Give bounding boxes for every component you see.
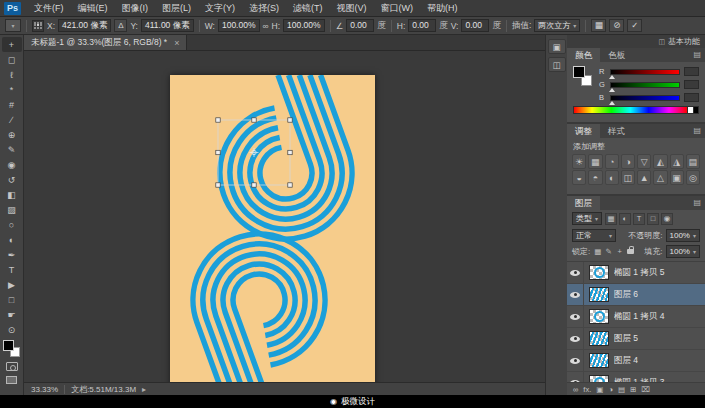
color-balance-icon[interactable]: ◮	[670, 154, 684, 169]
rotation-angle-field[interactable]: 0.00	[346, 19, 374, 32]
lasso-tool[interactable]: ℓ	[2, 67, 22, 82]
layer-thumbnail[interactable]	[589, 287, 609, 302]
layer-thumbnail[interactable]	[589, 331, 609, 346]
layer-visibility-toggle[interactable]	[567, 262, 584, 283]
eyedropper-tool[interactable]: ∕	[2, 112, 22, 127]
transform-handle[interactable]	[216, 150, 220, 154]
tab-样式[interactable]: 样式	[600, 124, 633, 138]
link-layers-icon[interactable]: ∞	[573, 385, 578, 394]
zoom-tool[interactable]: ⊙	[2, 322, 22, 337]
menu-image[interactable]: 图像(I)	[115, 0, 156, 16]
transform-handle[interactable]	[252, 118, 256, 122]
add-layer-mask-icon[interactable]: ▣	[596, 385, 603, 394]
layer-row[interactable]: 椭圆 1 拷贝 4	[567, 306, 705, 328]
layer-thumbnail[interactable]	[589, 375, 609, 382]
properties-panel-button[interactable]: ◫	[548, 57, 566, 72]
marquee-tool[interactable]: ◻	[2, 52, 22, 67]
color-lookup-icon[interactable]: ◐	[605, 170, 619, 185]
posterize-icon[interactable]: ▲	[637, 170, 651, 185]
commit-transform-button[interactable]: ✓	[627, 19, 642, 32]
layer-filter-type-select[interactable]: 类型▾	[572, 212, 602, 225]
brightness-contrast-icon[interactable]: ☀	[572, 154, 586, 169]
lock-transparent-pixels-icon[interactable]: ▦	[593, 247, 602, 256]
panel-menu-icon[interactable]: ▤	[689, 124, 705, 138]
slider-value-field[interactable]	[684, 93, 699, 102]
x-position-field[interactable]: 421.00 像素	[58, 19, 111, 32]
shape-tool[interactable]: □	[2, 292, 22, 307]
menu-window[interactable]: 窗口(W)	[374, 0, 421, 16]
transform-handle[interactable]	[288, 118, 292, 122]
layer-row[interactable]: 图层 6	[567, 284, 705, 306]
lock-all-icon[interactable]	[626, 247, 635, 256]
interpolation-select[interactable]: 两次立方▾	[534, 19, 580, 32]
blend-mode-select[interactable]: 正常▾	[572, 229, 616, 242]
healing-brush-tool[interactable]: ⊕	[2, 127, 22, 142]
black-swatch[interactable]	[693, 106, 699, 114]
y-position-field[interactable]: 411.00 像素	[141, 19, 194, 32]
slider-value-field[interactable]	[684, 67, 699, 76]
layer-thumbnail[interactable]	[589, 309, 609, 324]
move-tool[interactable]: +	[2, 37, 22, 52]
photo-filter-icon[interactable]: ◒	[572, 170, 586, 185]
layer-thumbnail[interactable]	[589, 353, 609, 368]
invert-icon[interactable]: ◫	[621, 170, 635, 185]
height-scale-field[interactable]: 100.00%	[283, 19, 325, 32]
close-tab-icon[interactable]: ×	[174, 38, 179, 48]
eraser-tool[interactable]: ◧	[2, 187, 22, 202]
workspace-switcher[interactable]: 基本功能	[668, 36, 700, 47]
brush-tool[interactable]: ✎	[2, 142, 22, 157]
menu-type[interactable]: 文字(Y)	[198, 0, 242, 16]
color-spectrum-bar[interactable]	[573, 106, 687, 114]
blur-tool[interactable]: ○	[2, 217, 22, 232]
transform-handle[interactable]	[288, 183, 292, 187]
exposure-icon[interactable]: ◑	[621, 154, 635, 169]
new-adjustment-layer-icon[interactable]: ◑	[608, 385, 613, 394]
tab-色板[interactable]: 色板	[600, 48, 633, 62]
quick-selection-tool[interactable]: *	[2, 82, 22, 97]
layer-visibility-toggle[interactable]	[567, 328, 584, 349]
foreground-background-swatches[interactable]	[3, 340, 20, 357]
curves-icon[interactable]: ◔	[605, 154, 619, 169]
clone-stamp-tool[interactable]: ◉	[2, 157, 22, 172]
hand-tool[interactable]: ☛	[2, 307, 22, 322]
tab-调整[interactable]: 调整	[567, 124, 600, 138]
menu-view[interactable]: 视图(V)	[330, 0, 374, 16]
foreground-color-swatch[interactable]	[3, 340, 14, 351]
zoom-level-field[interactable]: 33.33%	[31, 385, 58, 394]
warp-mode-toggle[interactable]: ▦	[591, 19, 606, 32]
slider-thumb-icon[interactable]	[609, 75, 615, 79]
black-white-icon[interactable]: ▤	[686, 154, 700, 169]
menu-filter[interactable]: 滤镜(T)	[286, 0, 330, 16]
slider-bar-b[interactable]	[610, 95, 680, 101]
cancel-transform-button[interactable]: ⊘	[609, 19, 624, 32]
screen-mode-button[interactable]	[6, 376, 17, 384]
slider-value-field[interactable]	[684, 80, 699, 89]
fill-select[interactable]: 100%▾	[666, 245, 700, 258]
layer-thumbnail[interactable]	[589, 265, 609, 280]
filter-adjustment-layers-icon[interactable]: ◐	[619, 213, 631, 225]
layer-visibility-toggle[interactable]	[567, 284, 584, 305]
tool-preset-picker[interactable]: ▾	[5, 19, 21, 32]
poster-document[interactable]	[170, 75, 375, 382]
transform-handle[interactable]	[288, 150, 292, 154]
menu-file[interactable]: 文件(F)	[27, 0, 71, 16]
slider-bar-r[interactable]	[610, 69, 680, 75]
layer-row[interactable]: 图层 5	[567, 328, 705, 350]
dodge-tool[interactable]: ◐	[2, 232, 22, 247]
filter-type-layers-icon[interactable]: T	[633, 213, 645, 225]
history-panel-button[interactable]: ▣	[548, 39, 566, 54]
panel-menu-icon[interactable]: ▤	[689, 48, 705, 62]
panel-menu-icon[interactable]: ▤	[689, 196, 705, 210]
new-group-icon[interactable]: ▤	[618, 385, 625, 394]
skew-v-field[interactable]: 0.00	[461, 19, 489, 32]
history-brush-tool[interactable]: ↺	[2, 172, 22, 187]
vibrance-icon[interactable]: ▽	[637, 154, 651, 169]
menu-select[interactable]: 选择(S)	[242, 0, 286, 16]
lock-image-pixels-icon[interactable]: ✎	[604, 247, 613, 256]
menu-help[interactable]: 帮助(H)	[420, 0, 465, 16]
filter-smart-objects-icon[interactable]: ◉	[661, 213, 673, 225]
filter-shape-layers-icon[interactable]: □	[647, 213, 659, 225]
transform-handle[interactable]	[216, 118, 220, 122]
transform-handle[interactable]	[252, 183, 256, 187]
slider-thumb-icon[interactable]	[609, 88, 615, 92]
